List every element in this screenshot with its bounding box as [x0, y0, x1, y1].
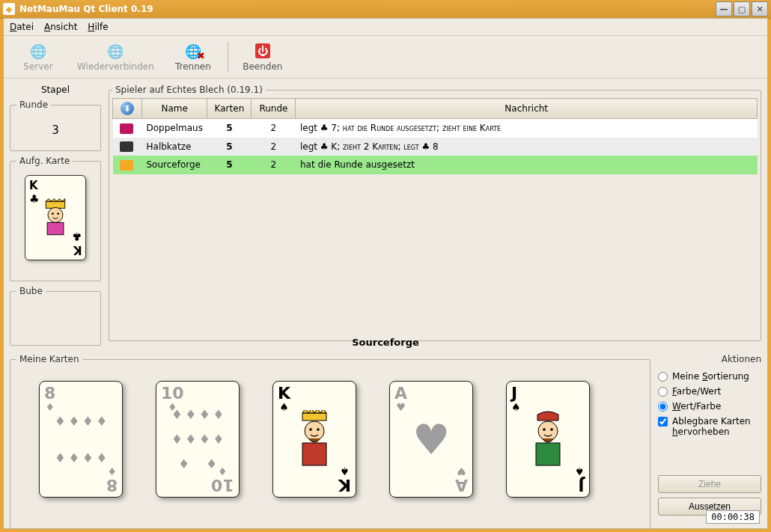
player-row[interactable]: Halbkatze52legt ♣ K; zieht 2 Karten; leg… — [113, 138, 758, 156]
maximize-button[interactable]: ▢ — [734, 1, 750, 16]
minimize-button[interactable]: — — [716, 1, 732, 16]
player-row[interactable]: Doppelmaus52legt ♣ 7; hat die Runde ausg… — [113, 119, 758, 138]
toolbar-disconnect[interactable]: 🌐✖ Trennen — [165, 40, 222, 73]
svg-point-2 — [52, 213, 54, 215]
player-karten: 5 — [207, 156, 252, 174]
menu-ansicht[interactable]: Ansicht — [44, 22, 77, 32]
menu-hilfe[interactable]: Hilfe — [88, 22, 108, 32]
sort-down-icon: ⬇ — [121, 102, 134, 115]
reconnect-icon: 🌐 — [106, 42, 124, 60]
current-player-label: Sourceforge — [10, 337, 761, 348]
pips: ♦♦♦♦♦♦♦♦♦♦ — [170, 403, 225, 476]
svg-point-8 — [317, 428, 320, 431]
window-title: NetMauMau Qt Client 0.19 — [19, 4, 716, 14]
sort-wert-farbe-radio[interactable]: Wert/Farbe — [658, 401, 761, 412]
aufg-karte-group: Aufg. Karte K♣ K♣ — [10, 156, 101, 281]
col-name[interactable]: Name — [142, 99, 207, 119]
player-name: Sourceforge — [142, 156, 207, 174]
face-card-icon — [288, 406, 341, 473]
svg-rect-9 — [302, 443, 326, 465]
spieler-group: Spieler auf Echtes Blech (0.19.1) ⬇ Name… — [109, 85, 761, 341]
toolbar: 🌐 Server 🌐 Wiederverbinden 🌐✖ Trennen ⏻ … — [4, 35, 767, 79]
toolbar-quit-label: Beenden — [243, 61, 282, 72]
hand-card[interactable]: K♠K♠ — [272, 381, 356, 498]
toolbar-reconnect-label: Wiederverbinden — [77, 61, 154, 72]
svg-point-6 — [305, 421, 324, 441]
player-avatar-icon — [120, 141, 133, 152]
bube-label: Bube — [16, 286, 46, 296]
toolbar-reconnect[interactable]: 🌐 Wiederverbinden — [70, 40, 162, 73]
svg-rect-5 — [302, 413, 326, 421]
runde-value: 3 — [16, 116, 94, 144]
ziehe-button[interactable]: Ziehe — [658, 475, 761, 493]
hand-card[interactable]: J♠J♠ — [506, 381, 590, 498]
toolbar-server[interactable]: 🌐 Server — [10, 40, 67, 73]
globe-icon: 🌐 — [29, 42, 47, 60]
title-bar: ◆ NetMauMau Qt Client 0.19 — ▢ ✕ — [0, 0, 771, 19]
open-card: K♣ K♣ — [25, 175, 86, 260]
svg-point-10 — [538, 421, 558, 441]
svg-point-11 — [543, 428, 546, 431]
player-name: Doppelmaus — [142, 119, 207, 138]
meine-karten-group: Meine Karten 8♦8♦♦♦♦♦♦♦♦♦10♦10♦♦♦♦♦♦♦♦♦♦… — [10, 354, 650, 529]
player-karten: 5 — [207, 119, 252, 138]
player-karten: 5 — [207, 138, 252, 156]
toolbar-quit[interactable]: ⏻ Beenden — [234, 40, 291, 73]
toolbar-separator — [228, 42, 228, 72]
sort-farbe-wert-radio[interactable]: Farbe/Wert — [658, 386, 761, 397]
col-nachricht[interactable]: Nachricht — [296, 99, 758, 119]
player-name: Halbkatze — [142, 138, 207, 156]
aktionen-column: Aktionen Meine Sortierung Farbe/Wert Wer… — [658, 354, 761, 516]
svg-rect-13 — [536, 443, 560, 465]
sort-header[interactable]: ⬇ — [113, 99, 142, 119]
toolbar-server-label: Server — [23, 61, 52, 72]
player-runde: 2 — [252, 156, 296, 174]
app-icon: ◆ — [3, 3, 15, 15]
hand-card[interactable]: 10♦10♦♦♦♦♦♦♦♦♦♦♦ — [156, 381, 240, 498]
player-runde: 2 — [252, 138, 296, 156]
king-face-icon — [40, 200, 70, 236]
meine-karten-label: Meine Karten — [16, 354, 82, 364]
runde-group: Runde 3 — [10, 100, 101, 151]
player-avatar-icon — [120, 123, 133, 134]
svg-rect-0 — [46, 201, 64, 208]
player-table: ⬇ Name Karten Runde Nachricht Doppelmaus… — [112, 98, 758, 174]
player-nachricht: legt ♣ K; zieht 2 Karten; legt ♣ 8 — [296, 138, 758, 156]
col-runde[interactable]: Runde — [252, 99, 296, 119]
face-card-icon — [522, 406, 574, 473]
svg-rect-4 — [47, 222, 64, 234]
aufg-karte-label: Aufg. Karte — [16, 156, 73, 166]
sort-meine-radio[interactable]: Meine Sortierung — [658, 371, 761, 382]
player-runde: 2 — [252, 119, 296, 138]
menu-bar: Datei Ansicht Hilfe — [4, 19, 767, 35]
svg-point-1 — [48, 207, 63, 222]
player-row[interactable]: Sourceforge52hat die Runde ausgesetzt — [113, 156, 758, 174]
player-nachricht: legt ♣ 7; hat die Runde ausgesetzt; zieh… — [296, 119, 758, 138]
aktionen-title: Aktionen — [658, 354, 761, 364]
svg-point-7 — [309, 428, 312, 431]
close-button[interactable]: ✕ — [752, 1, 768, 16]
stapel-column: Stapel Runde 3 Aufg. Karte K♣ K♣ — [10, 85, 101, 334]
toolbar-disconnect-label: Trennen — [175, 61, 211, 72]
pips: ♦♦♦♦♦♦♦♦ — [53, 403, 109, 476]
player-avatar-icon — [120, 160, 133, 171]
hand-card[interactable]: 8♦8♦♦♦♦♦♦♦♦♦ — [39, 381, 123, 498]
stapel-title: Stapel — [10, 85, 101, 95]
power-icon: ⏻ — [254, 42, 272, 60]
hand-card[interactable]: A♥A♥♥ — [389, 381, 473, 498]
runde-label: Runde — [16, 100, 51, 110]
svg-point-12 — [550, 428, 553, 431]
svg-point-3 — [57, 213, 59, 215]
highlight-checkbox[interactable]: Ablegbare Karten hervorheben — [658, 416, 761, 437]
disconnect-icon: 🌐✖ — [184, 42, 202, 60]
menu-datei[interactable]: Datei — [10, 22, 34, 32]
status-clock: 00:00:38 — [706, 510, 760, 524]
spieler-title: Spieler auf Echtes Blech (0.19.1) — [112, 85, 266, 95]
col-karten[interactable]: Karten — [207, 99, 252, 119]
player-nachricht: hat die Runde ausgesetzt — [296, 156, 758, 174]
suit-icon: ♥ — [412, 415, 450, 464]
